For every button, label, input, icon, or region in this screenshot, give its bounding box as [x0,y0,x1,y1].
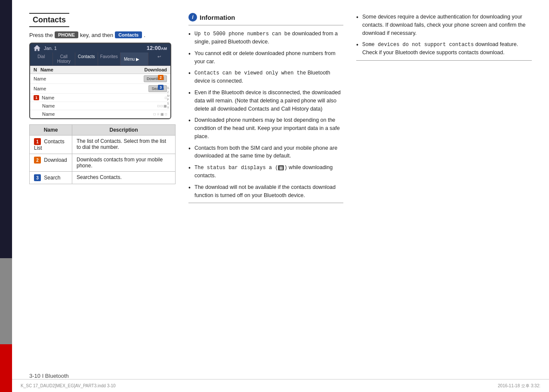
device-screen: Jan. 1 12:00AM Dial Call History Contact… [29,43,171,119]
bullet-1: Up to 5000 phone numbers can be download… [188,30,343,46]
badge-2: 2 [34,157,41,164]
right-bullet-2: Some devices do not support contacts dow… [356,40,532,57]
sidebar-mid [0,258,12,344]
right-divider [356,60,532,61]
row-1-name: Name [34,76,144,81]
press-after: . [144,32,145,38]
press-before: Press the [29,32,53,38]
left-sidebar-bar [0,0,12,392]
footer-page-number: 3-10 I Bluetooth [29,373,69,379]
row-4-icons: □ □ ▦ [157,104,167,108]
table-cell-desc-2: Downloads contacts from your mobile phon… [72,154,176,172]
section-divider-top [188,25,343,25]
info-title: Information [200,14,235,21]
screen-time: 12:00AM [147,45,167,51]
table-cell-desc-3: Searches Contacts. [72,172,176,184]
bullet-8: The download will not be available if th… [188,183,343,200]
screen-row-2: Name Search 3 [30,84,170,94]
press-instruction: Press the PHONE key, and then Contacts . [29,31,176,38]
nav-menu: Menu ▶ [120,52,148,65]
footer-text: 3-10 I Bluetooth [29,373,69,379]
screen-nav: Dial Call History Contacts Favorites Men… [30,52,170,66]
badge-1: 1 [34,138,41,145]
row-2-name: Name [34,86,148,91]
sidebar-bot [0,344,12,392]
screen-row-1: Name Download 2 [30,74,170,84]
right-column: Some devices require a device authentica… [356,13,532,366]
badge-3: 3 [34,174,41,181]
table-row-2: 2 Download Downloads contacts from your … [30,154,176,172]
nav-callhistory: Call History [53,52,76,65]
nav-favorites: Favorites [98,52,121,65]
info-header: i Information [188,13,343,22]
right-bullet-1: Some devices require a device authentica… [356,13,532,37]
section-title: Contacts [29,13,69,27]
row-5-name: Name [42,111,154,117]
letter-j: J [167,90,170,94]
row-2-badge: 3 [158,85,163,90]
table-cell-desc-1: The list of Contacts. Select from the li… [72,136,176,154]
sidebar-top [0,0,12,258]
nav-contacts: Contacts [75,52,98,65]
screen-header-name: Name [40,67,53,72]
nav-back: ↩ [148,52,171,65]
table-cell-name-1: 1 Contacts List [30,136,72,154]
sidebar-letters: G J M P S V [167,94,170,102]
bullet-1-text: Up to 5000 phone numbers can be [194,31,290,37]
right-bullet-list: Some devices require a device authentica… [356,13,532,57]
info-icon: i [188,13,197,22]
contacts-btn-badge: Contacts [115,31,142,38]
row-5-icons: □ ☆ ▦ □ [154,112,167,116]
letter-g: G [167,86,170,90]
footer-date: 2016-11-18 오후 3:32: [498,383,540,389]
time-value: 12:00 [147,45,161,51]
press-middle: key, and then [80,32,113,38]
screen-row-3: 1 Name □ G J M P S V [30,94,170,102]
bullet-3: Contacts can be viewed only when the Blu… [188,69,343,85]
row-3-badge: 1 [34,95,39,100]
screen-body: N Name Download Name Download 2 Name Sea… [30,66,170,118]
footer-file: K_SC 17_DAUD2[MEX_EG]AV_PART3.indd 3-10 [21,383,116,388]
screen-row-5: Name □ ☆ ▦ □ [30,110,170,118]
right-bullet-2-text: Some devices do not support contacts [362,42,474,48]
row-4-name: Name [42,103,157,108]
row-1-badge: 2 [158,75,163,80]
screen-row-4: Name □ □ ▦ [30,102,170,110]
bullet-7: The status bar displays a (▦) while down… [188,164,343,180]
row-3-name: Name [42,95,165,100]
status-bar-icon: ▦ [278,165,284,170]
table-header-desc: Description [72,125,176,136]
bullet-3-text: Contacts can be viewed only when the [194,70,306,76]
bullet-4: Even if the Bluetooth device is disconne… [188,89,343,113]
page-footer-bar: K_SC 17_DAUD2[MEX_EG]AV_PART3.indd 3-10 … [12,379,549,392]
screen-date: Jan. 1 [44,46,57,51]
screen-header-download: Download [144,67,167,72]
table-cell-name-2: 2 Download [30,154,72,172]
screen-topbar-left: Jan. 1 [34,45,57,51]
table-row-1: 1 Contacts List The list of Contacts. Se… [30,136,176,154]
nav-dial: Dial [30,52,53,65]
main-content: Contacts Press the PHONE key, and then C… [12,0,549,374]
screen-am: AM [161,46,167,51]
left-column: Contacts Press the PHONE key, and then C… [29,13,176,366]
screen-topbar: Jan. 1 12:00AM [30,43,170,52]
phone-key-badge: PHONE [55,31,78,38]
screen-list-header: N Name Download [30,66,170,74]
info-bullet-list: Up to 5000 phone numbers can be download… [188,30,343,199]
bullet-2: You cannot edit or delete downloaded pho… [188,49,343,66]
bullet-5: Downloaded phone numbers may be lost dep… [188,116,343,140]
letter-m: M [167,94,170,98]
table-cell-name-3: 3 Search [30,172,72,184]
table-row-3: 3 Search Searches Contacts. [30,172,176,184]
info-table: Name Description 1 Contacts List The lis… [29,124,176,184]
bullet-7-text-end: ) [284,165,287,171]
section-divider-bot [188,203,343,203]
letter-p: P [167,98,170,102]
bullet-6: Contacts from both the SIM card and your… [188,144,343,161]
bullet-7-text: The status bar displays a ( [194,165,278,171]
table-header-name: Name [30,125,72,136]
home-icon [34,45,40,51]
mid-column: i Information Up to 5000 phone numbers c… [188,13,343,366]
screen-header-n: N [34,67,37,72]
